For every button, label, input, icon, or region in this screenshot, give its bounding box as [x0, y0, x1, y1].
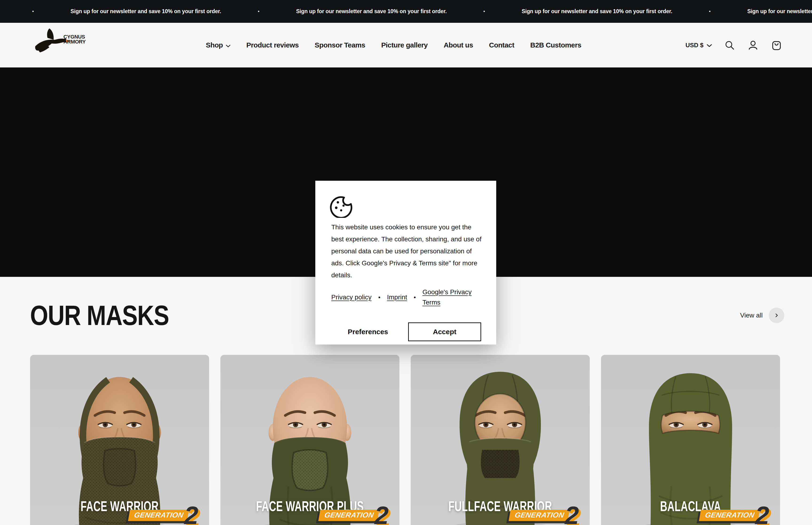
currency-selector[interactable]: USD $ [685, 42, 712, 49]
chevron-down-icon [707, 42, 712, 49]
announcement-message: Sign up for our newsletter and save 10% … [522, 8, 672, 15]
accept-button[interactable]: Accept [408, 322, 481, 341]
brand-wordmark: CYGNUS ARMORY [63, 34, 86, 44]
nav-item-product-reviews[interactable]: Product reviews [246, 41, 299, 49]
view-all-link[interactable]: View all [740, 308, 784, 323]
product-card-balaclava[interactable]: BALACLAVA GENERATION 2 [601, 355, 780, 525]
cart-bag-icon [771, 40, 782, 50]
generation-badge-number: 2 [184, 505, 198, 525]
product-card-fullface-warrior[interactable]: FULLFACE WARRIOR GENERATION 2 [411, 355, 590, 525]
product-card-face-warrior[interactable]: FACE WARRIOR GENERATION 2 [30, 355, 209, 525]
announcement-message: Sign up for our newsletter and save 10% … [296, 8, 447, 15]
generation-badge-label: GENERATION [699, 510, 760, 521]
brand-line2: ARMORY [63, 40, 86, 44]
generation-badge: GENERATION 2 [319, 505, 388, 525]
header-actions: USD $ [685, 23, 782, 68]
cookie-link-separator: • [378, 294, 380, 301]
generation-badge-label: GENERATION [318, 510, 379, 521]
cookie-link-imprint[interactable]: Imprint [387, 292, 407, 302]
announcement-bar: Sign up for our newsletter and save 10% … [0, 0, 812, 23]
preferences-button[interactable]: Preferences [348, 328, 388, 336]
announcement-separator: • [258, 9, 259, 14]
cookie-link-privacy-policy[interactable]: Privacy policy [331, 292, 372, 302]
cookie-link-google-s-privacy-terms[interactable]: Google's Privacy Terms [423, 287, 484, 308]
section-title: OUR MASKS [30, 299, 169, 331]
generation-badge: GENERATION 2 [129, 505, 198, 525]
account-button[interactable] [747, 39, 759, 51]
site-header: CYGNUS ARMORY ShopProduct reviewsSponsor… [0, 23, 812, 68]
currency-label: USD $ [685, 42, 703, 49]
cookie-message: This website uses cookies to ensure you … [331, 221, 485, 281]
cookie-link-separator: • [414, 294, 416, 301]
generation-badge-label: GENERATION [128, 510, 189, 521]
cookie-consent-dialog: This website uses cookies to ensure you … [315, 181, 496, 345]
cookie-links: Privacy policy•Imprint•Google's Privacy … [331, 287, 484, 308]
nav-item-about-us[interactable]: About us [444, 41, 473, 49]
announcement-message: Sign up for our newsletter and save 10% … [71, 8, 221, 15]
generation-badge-number: 2 [374, 505, 388, 525]
generation-badge-number: 2 [755, 505, 769, 525]
chevron-right-icon[interactable] [769, 308, 784, 323]
nav-item-b2b-customers[interactable]: B2B Customers [530, 41, 581, 49]
announcement-marquee: Sign up for our newsletter and save 10% … [0, 0, 812, 23]
generation-badge-label: GENERATION [508, 510, 569, 521]
brand-logo[interactable]: CYGNUS ARMORY [33, 28, 86, 57]
announcement-separator: • [483, 9, 485, 14]
generation-badge: GENERATION 2 [510, 505, 579, 525]
nav-item-picture-gallery[interactable]: Picture gallery [381, 41, 428, 49]
product-card-face-warrior-plus[interactable]: FACE WARRIOR PLUS GENERATION 2 [220, 355, 399, 525]
cookie-icon [330, 195, 352, 218]
search-icon [724, 40, 735, 50]
cart-button[interactable] [771, 39, 782, 51]
main-nav: ShopProduct reviewsSponsor TeamsPicture … [206, 23, 581, 68]
view-all-label: View all [740, 312, 763, 319]
nav-item-shop[interactable]: Shop [206, 41, 230, 49]
nav-item-contact[interactable]: Contact [489, 41, 514, 49]
page: Sign up for our newsletter and save 10% … [0, 0, 812, 525]
nav-item-sponsor-teams[interactable]: Sponsor Teams [315, 41, 365, 49]
announcement-separator: • [709, 9, 710, 14]
search-button[interactable] [724, 39, 735, 51]
account-icon [748, 40, 759, 50]
cookie-actions: Preferences Accept [315, 322, 496, 341]
announcement-separator: • [32, 9, 34, 14]
generation-badge-number: 2 [565, 505, 579, 525]
generation-badge: GENERATION 2 [700, 505, 769, 525]
announcement-message: Sign up for our newsletter and save 10% … [747, 8, 812, 15]
product-grid: FACE WARRIOR GENERATION 2 [30, 355, 780, 525]
chevron-down-icon [226, 41, 230, 49]
